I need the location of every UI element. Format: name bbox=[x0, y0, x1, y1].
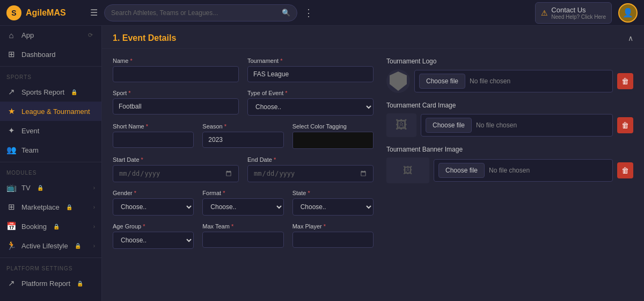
brand-icon: S bbox=[6, 5, 21, 20]
delete-banner-button[interactable]: 🗑 bbox=[617, 162, 633, 178]
label-season: Season * bbox=[202, 123, 283, 130]
input-start-date[interactable] bbox=[113, 165, 239, 182]
label-end-date: End Date * bbox=[247, 156, 374, 163]
delete-logo-button[interactable]: 🗑 bbox=[617, 73, 633, 89]
no-file-banner-text: No file chosen bbox=[489, 167, 608, 174]
form-group-max-team: Max Team * bbox=[202, 223, 283, 249]
active-lifestyle-icon: 🏃 bbox=[6, 241, 16, 250]
select-state[interactable]: Choose.. bbox=[292, 198, 374, 216]
form-group-state: State * Choose.. bbox=[292, 190, 374, 216]
form-group-max-player: Max Player * bbox=[292, 223, 374, 249]
form-group-event-type: Type of Event * Choose.. bbox=[247, 90, 374, 116]
event-icon: ✦ bbox=[6, 126, 16, 135]
sidebar-item-league-tournament[interactable]: ★ League & Tournament bbox=[0, 102, 101, 121]
form-group-name: Name * bbox=[113, 58, 239, 82]
sidebar-item-team[interactable]: 👥 Team bbox=[0, 140, 101, 160]
label-gender: Gender * bbox=[113, 190, 194, 196]
contact-button[interactable]: ⚠ Contact Us Need Help? Click Here bbox=[535, 2, 612, 24]
input-name[interactable] bbox=[113, 66, 239, 82]
contact-label: Contact Us bbox=[551, 6, 606, 14]
brand-name: AgileMAS bbox=[26, 8, 66, 18]
label-name: Name * bbox=[113, 58, 239, 64]
delete-card-button[interactable]: 🗑 bbox=[617, 117, 633, 133]
search-bar: 🔍 bbox=[104, 4, 297, 22]
card-preview-icon: 🖼 bbox=[396, 118, 407, 132]
banner-preview: 🖼 bbox=[386, 157, 429, 183]
sidebar-item-platform-report[interactable]: ↗ Platform Report 🔒 bbox=[0, 274, 101, 293]
contact-sublabel: Need Help? Click Here bbox=[551, 14, 606, 20]
form-group-end-date: End Date * bbox=[247, 156, 374, 182]
form-row-4: Start Date * End Date * bbox=[113, 156, 374, 182]
color-picker-box[interactable] bbox=[292, 132, 374, 149]
lock-icon-sports-report: 🔒 bbox=[71, 89, 77, 95]
input-tournament[interactable] bbox=[247, 66, 374, 82]
sidebar-item-event[interactable]: ✦ Event bbox=[0, 121, 101, 140]
sidebar-label-active-lifestyle: Active Lifestyle bbox=[21, 242, 68, 250]
label-max-team: Max Team * bbox=[202, 223, 283, 230]
form-row-5: Gender * Choose.. Format * bbox=[113, 190, 374, 216]
label-color-tagging: Select Color Tagging bbox=[292, 123, 374, 130]
label-state: State * bbox=[292, 190, 374, 196]
input-max-team[interactable] bbox=[202, 232, 283, 248]
sidebar-section-sports: Sports bbox=[0, 69, 101, 82]
upload-label-logo: Tournament Logo bbox=[386, 58, 633, 65]
sidebar-divider-3 bbox=[0, 257, 101, 258]
sidebar-section-modules: Modules bbox=[0, 164, 101, 178]
form-area: Name * Tournament * bbox=[102, 49, 644, 265]
trash-icon-logo: 🗑 bbox=[621, 77, 629, 85]
brand: S AgileMAS bbox=[6, 5, 82, 20]
logo-preview bbox=[386, 69, 410, 93]
select-age-group[interactable]: Choose.. bbox=[113, 232, 194, 249]
tv-icon: 📺 bbox=[6, 183, 16, 192]
input-sport[interactable] bbox=[113, 98, 239, 114]
trash-icon-card: 🗑 bbox=[621, 121, 629, 130]
form-group-season: Season * bbox=[202, 123, 283, 149]
sidebar-item-app[interactable]: ⌂ App ⟳ bbox=[0, 26, 101, 45]
home-icon: ⌂ bbox=[6, 31, 16, 40]
form-row-6: Age Group * Choose.. Max Team * bbox=[113, 223, 374, 249]
contact-icon: ⚠ bbox=[541, 9, 548, 17]
select-format[interactable]: Choose.. bbox=[202, 198, 283, 216]
form-row-1: Name * Tournament * bbox=[113, 58, 374, 82]
sidebar-item-dashboard[interactable]: ⊞ Dashboard bbox=[0, 45, 101, 64]
lock-icon-tv: 🔒 bbox=[37, 185, 43, 191]
sidebar-item-booking[interactable]: 📅 Booking 🔒 › bbox=[0, 217, 101, 236]
label-start-date: Start Date * bbox=[113, 156, 239, 163]
arrow-tv-icon: › bbox=[93, 185, 95, 191]
sidebar-label-league: League & Tournament bbox=[21, 108, 90, 116]
sidebar-item-active-lifestyle[interactable]: 🏃 Active Lifestyle 🔒 › bbox=[0, 236, 101, 255]
navbar-right: ⚠ Contact Us Need Help? Click Here 👤 bbox=[535, 2, 638, 24]
upload-section-card: Tournament Card Image 🖼 Choose file No f… bbox=[386, 102, 633, 137]
form-group-gender: Gender * Choose.. bbox=[113, 190, 194, 216]
upload-label-banner: Tournament Banner Image bbox=[386, 146, 633, 153]
choose-file-logo-button[interactable]: Choose file bbox=[419, 74, 465, 89]
no-file-logo-text: No file chosen bbox=[470, 77, 608, 85]
input-season[interactable] bbox=[202, 132, 283, 148]
more-options-icon[interactable]: ⋮ bbox=[304, 7, 313, 19]
form-group-sport: Sport * bbox=[113, 90, 239, 116]
lock-icon-active-lifestyle: 🔒 bbox=[75, 243, 81, 249]
sidebar-item-sports-report[interactable]: ↗ Sports Report 🔒 bbox=[0, 82, 101, 102]
form-columns: Name * Tournament * bbox=[113, 58, 633, 256]
input-max-player[interactable] bbox=[292, 232, 374, 248]
trash-icon-banner: 🗑 bbox=[621, 166, 629, 175]
upload-label-card: Tournament Card Image bbox=[386, 102, 633, 109]
lock-icon-booking: 🔒 bbox=[53, 224, 60, 230]
hamburger-icon[interactable]: ☰ bbox=[90, 8, 98, 18]
select-event-type[interactable]: Choose.. bbox=[247, 98, 374, 116]
search-input[interactable] bbox=[111, 9, 282, 17]
input-short-name[interactable] bbox=[113, 132, 194, 148]
label-age-group: Age Group * bbox=[113, 223, 194, 230]
input-end-date[interactable] bbox=[247, 165, 374, 182]
select-gender[interactable]: Choose.. bbox=[113, 198, 194, 216]
collapse-button[interactable]: ∧ bbox=[628, 34, 633, 42]
content-area: 1. Event Details ∧ Name * bbox=[102, 26, 644, 301]
sidebar-item-tv[interactable]: 📺 TV 🔒 › bbox=[0, 178, 101, 197]
card-preview: 🖼 bbox=[386, 113, 416, 137]
sidebar-item-marketplace[interactable]: ⊞ Marketplace 🔒 › bbox=[0, 197, 101, 217]
choose-file-card-button[interactable]: Choose file bbox=[426, 118, 472, 133]
choose-file-banner-button[interactable]: Choose file bbox=[438, 163, 485, 178]
app-settings-icon: ⟳ bbox=[85, 32, 95, 39]
sidebar-label-team: Team bbox=[21, 146, 39, 154]
dashboard-icon: ⊞ bbox=[6, 49, 16, 59]
